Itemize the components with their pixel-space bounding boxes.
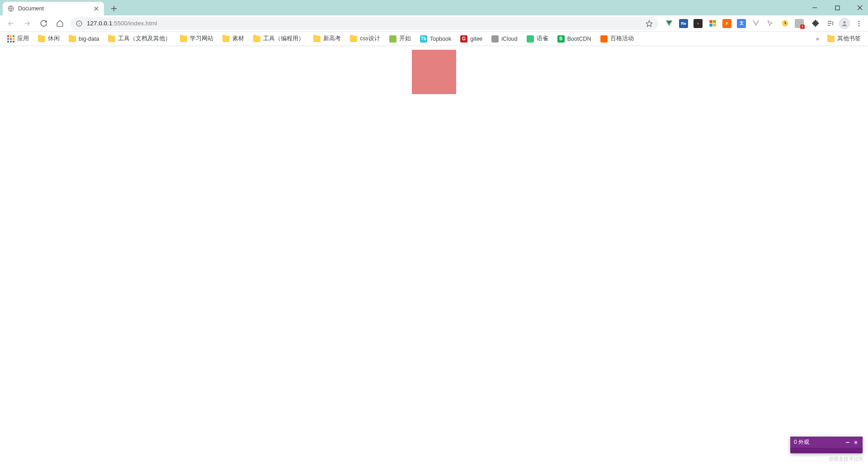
- bookmark-item[interactable]: css设计: [346, 33, 384, 44]
- bookmark-label: big-data: [79, 36, 99, 42]
- site-favicon: [491, 35, 499, 43]
- bookmark-item[interactable]: 休闲: [34, 33, 63, 44]
- bookmark-label: 语雀: [537, 35, 548, 43]
- svg-rect-4: [713, 20, 716, 23]
- bookmark-label: 工具（编程用）: [263, 35, 304, 43]
- maximize-button[interactable]: [831, 1, 844, 14]
- new-tab-button[interactable]: [108, 2, 120, 15]
- tab-title: Document: [18, 5, 90, 12]
- folder-icon: [827, 36, 835, 42]
- folder-icon: [180, 36, 187, 42]
- apps-label: 应用: [17, 35, 29, 43]
- folder-icon: [222, 36, 230, 42]
- bookmark-item[interactable]: BBootCDN: [554, 33, 595, 44]
- bookmark-label: css设计: [360, 35, 380, 43]
- bookmark-item[interactable]: 工具（文档及其他）: [104, 33, 175, 44]
- svg-point-11: [859, 25, 860, 26]
- bookmark-label: 学习网站: [190, 35, 213, 43]
- folder-icon: [38, 36, 45, 42]
- devtools-panel-header[interactable]: 0 外观: [790, 437, 863, 448]
- bookmark-label: 工具（文档及其他）: [118, 35, 171, 43]
- svg-rect-3: [709, 20, 712, 23]
- bookmarks-bar: 应用 休闲big-data工具（文档及其他）学习网站素材工具（编程用）新高考cs…: [0, 32, 868, 46]
- minimize-icon[interactable]: [844, 439, 851, 446]
- folder-icon: [350, 36, 357, 42]
- bookmark-label: gitee: [470, 36, 482, 42]
- foxit-ext-icon[interactable]: F: [722, 19, 731, 28]
- react-ext-icon[interactable]: Re: [679, 19, 688, 28]
- bookmark-label: 新高考: [323, 35, 341, 43]
- bookmark-item[interactable]: Ggitee: [457, 33, 486, 44]
- bookmark-item[interactable]: big-data: [65, 34, 103, 44]
- bookmark-item[interactable]: 学习网站: [176, 33, 217, 44]
- svg-rect-1: [835, 6, 840, 10]
- badge-ext-icon[interactable]: !: [795, 19, 804, 28]
- bookmark-item[interactable]: 素材: [219, 33, 248, 44]
- devtools-panel-body: [790, 448, 863, 453]
- bookmark-items: 休闲big-data工具（文档及其他）学习网站素材工具（编程用）新高考css设计…: [34, 33, 637, 44]
- bookmark-label: 百格活动: [610, 35, 634, 43]
- reading-list-button[interactable]: [825, 18, 835, 29]
- browser-tab[interactable]: Document: [3, 2, 104, 15]
- nav-buttons: [4, 18, 67, 29]
- tab-strip: Document: [0, 0, 801, 15]
- bookmark-item[interactable]: iCloud: [488, 33, 521, 44]
- globe-icon: [7, 5, 14, 12]
- demo-box: [412, 50, 456, 94]
- svg-rect-5: [709, 24, 712, 26]
- bookmark-label: 素材: [232, 35, 244, 43]
- ms-ext-icon[interactable]: [708, 19, 717, 28]
- bookmark-label: BootCDN: [567, 36, 591, 42]
- chrome-menu-button[interactable]: [854, 18, 864, 29]
- folder-icon: [108, 36, 115, 42]
- extensions-button[interactable]: [810, 18, 821, 29]
- site-favicon: G: [460, 35, 467, 43]
- site-favicon: Tb: [420, 35, 427, 43]
- bookmark-label: Topbook: [430, 36, 451, 42]
- home-button[interactable]: [54, 18, 65, 29]
- site-favicon: [527, 35, 534, 43]
- window-close-button[interactable]: [854, 1, 866, 14]
- profile-avatar[interactable]: [839, 18, 850, 29]
- bookmarks-overflow-button[interactable]: »: [813, 35, 822, 42]
- address-bar[interactable]: 127.0.0.1:5500/index.html: [71, 17, 658, 30]
- other-bookmarks-button[interactable]: 其他书签: [824, 33, 864, 44]
- star-icon[interactable]: [646, 20, 653, 27]
- devtools-panel[interactable]: 0 外观: [790, 437, 863, 453]
- other-bookmarks-label: 其他书签: [837, 35, 861, 43]
- bookmark-item[interactable]: 百格活动: [597, 33, 637, 44]
- svg-point-10: [859, 23, 860, 24]
- translate-ext-icon[interactable]: 文: [737, 19, 746, 28]
- bookmark-item[interactable]: 新高考: [310, 33, 344, 44]
- reload-button[interactable]: [38, 18, 49, 29]
- bookmark-item[interactable]: TbTopbook: [416, 33, 455, 44]
- bookmark-item[interactable]: 工具（编程用）: [250, 33, 308, 44]
- page-viewport: 0 外观 @掘金技术社区: [0, 46, 868, 466]
- bookmark-item[interactable]: 语雀: [523, 33, 552, 44]
- site-favicon: [600, 35, 608, 43]
- vue-ext-icon[interactable]: [665, 19, 674, 28]
- apps-button[interactable]: 应用: [4, 33, 33, 44]
- bookmark-label: iCloud: [501, 36, 517, 42]
- back-button[interactable]: [5, 18, 16, 29]
- close-icon[interactable]: [93, 5, 99, 12]
- record-ext-icon[interactable]: ●: [693, 19, 703, 28]
- folder-icon: [69, 36, 76, 42]
- site-favicon: [389, 35, 396, 43]
- svg-point-9: [859, 21, 860, 22]
- cursor-ext-icon[interactable]: [766, 19, 775, 28]
- window-controls: [801, 0, 868, 15]
- folder-icon: [253, 36, 260, 42]
- folder-icon: [313, 36, 321, 42]
- devtools-panel-title: 0 外观: [794, 438, 843, 446]
- site-info-icon[interactable]: [76, 20, 82, 27]
- bookmark-item[interactable]: 开始: [386, 33, 415, 44]
- titlebar: Document: [0, 0, 868, 15]
- vue-gray-ext-icon[interactable]: [751, 19, 760, 28]
- toolbar: 127.0.0.1:5500/index.html Re●F文!: [0, 15, 868, 32]
- minimize-button[interactable]: [808, 1, 821, 14]
- clock-ext-icon[interactable]: [780, 19, 789, 28]
- close-icon[interactable]: [853, 439, 859, 446]
- site-favicon: B: [557, 35, 565, 43]
- forward-button[interactable]: [22, 18, 33, 29]
